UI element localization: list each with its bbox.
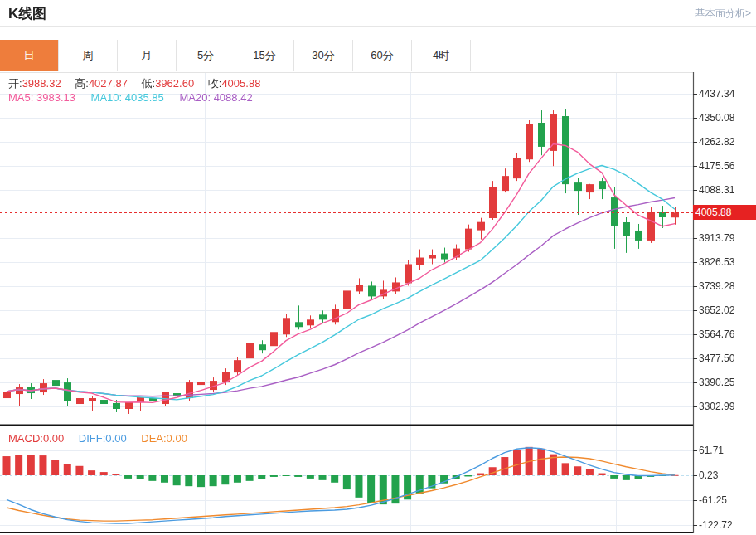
tab-4时[interactable]: 4时 <box>412 40 471 71</box>
macd-axis-tick-label: -61.25 <box>699 494 727 506</box>
macd-axis-tick-label: 0.23 <box>699 469 718 481</box>
price-axis-tick-label: 4437.34 <box>699 88 734 100</box>
tab-5分[interactable]: 5分 <box>177 40 235 71</box>
ma5-readout: MA5: 3983.13 <box>8 91 75 104</box>
tab-30分[interactable]: 30分 <box>294 40 353 71</box>
dea-value-readout: DEA:0.00 <box>141 432 187 445</box>
price-axis-tick-label: 3390.25 <box>699 377 734 388</box>
ma20-readout: MA20: 4088.42 <box>179 91 252 104</box>
price-axis-tick-label: 4175.56 <box>699 160 734 172</box>
low-label: 低: <box>142 77 156 90</box>
price-axis-tick-label: 4088.31 <box>699 184 734 196</box>
close-value: 4005.88 <box>221 77 260 90</box>
macd-axis-tick-label: 61.71 <box>699 445 724 456</box>
price-axis-tick-label: 3477.50 <box>699 353 734 364</box>
tab-60分[interactable]: 60分 <box>353 40 412 71</box>
tab-日[interactable]: 日 <box>0 40 59 71</box>
macd-axis-tick-label: -122.72 <box>699 519 733 531</box>
macd-value-readout: MACD:0.00 <box>8 432 64 445</box>
diff-value-readout: DIFF:0.00 <box>79 432 127 445</box>
ma-readout: MA5: 3983.13 MA10: 4035.85 MA20: 4088.42 <box>8 91 253 104</box>
page-title: K线图 <box>8 4 46 23</box>
ma10-readout: MA10: 4035.85 <box>91 91 164 104</box>
kline-page: { "header": { "title": "K线图", "analysis_… <box>0 0 756 535</box>
current-price-flag: 4005.88 <box>693 205 756 220</box>
price-axis-tick-label: 3913.79 <box>699 232 734 244</box>
tab-15分[interactable]: 15分 <box>235 40 294 71</box>
open-label: 开: <box>8 77 22 90</box>
tab-周[interactable]: 周 <box>59 40 118 71</box>
macd-readout: MACD:0.00 DIFF:0.00 DEA:0.00 <box>8 432 187 445</box>
price-axis-tick-label: 3302.99 <box>699 401 734 412</box>
ohlc-readout: 开:3988.32 高:4027.87 低:3962.60 收:4005.88 <box>8 76 271 91</box>
low-value: 3962.60 <box>155 77 194 90</box>
fundamental-analysis-link[interactable]: 基本面分析> <box>695 7 751 21</box>
open-value: 3988.32 <box>22 77 61 90</box>
price-axis-tick-label: 4262.82 <box>699 136 734 148</box>
price-axis-tick-label: 3652.02 <box>699 304 734 316</box>
period-tabbar: 日周月5分15分30分60分4时 <box>0 40 471 71</box>
close-label: 收: <box>208 77 222 90</box>
price-axis-tick-label: 3564.76 <box>699 328 734 340</box>
price-axis-tick-label: 3826.53 <box>699 256 734 268</box>
high-value: 4027.87 <box>89 77 128 90</box>
price-axis-tick-label: 4350.08 <box>699 112 734 124</box>
tab-月[interactable]: 月 <box>118 40 177 71</box>
high-label: 高: <box>75 77 89 90</box>
price-axis-tick-label: 3739.28 <box>699 280 734 292</box>
